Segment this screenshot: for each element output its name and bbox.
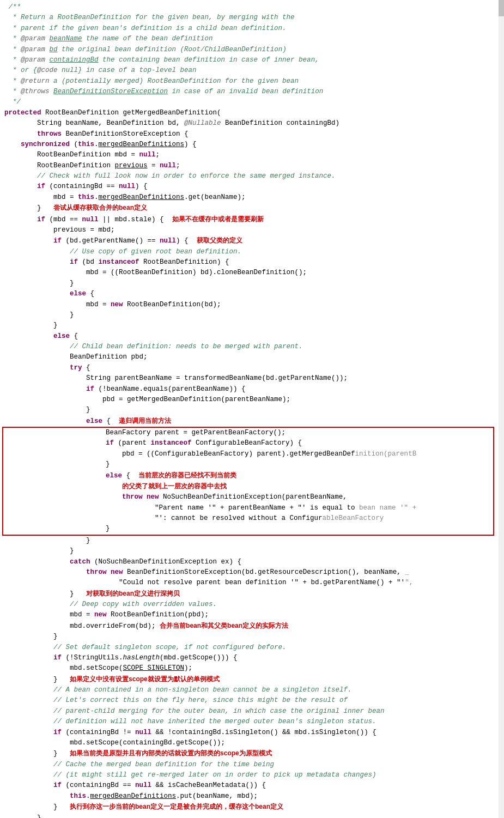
code-line: /** [0,2,496,13]
code-line: } 尝试从缓存获取合并的bean定义 [0,203,496,214]
code-line: } [0,536,496,546]
code-line: throw new BeanDefinitionStoreException(b… [0,567,496,578]
scrollbar-thumb[interactable] [499,0,504,16]
code-line: try { [0,363,496,373]
code-line: mbd.setScope(SCOPE_SINGLETON); [0,663,496,674]
code-line: mbd.setScope(containingBd.getScope()); [0,738,496,748]
code-line: else { [0,331,496,342]
code-line: // parent-child merging for the outer be… [0,706,496,717]
code-line: "Could not resolve parent bean definitio… [0,578,496,588]
code-line: 的父类了就到上一层次的容器中去找 [3,481,493,492]
code-line: // Deep copy with overridden values. [0,599,496,610]
code-line: synchronized (this.mergedBeanDefinitions… [0,140,496,150]
code-line: } [3,459,493,470]
code-line: BeanDefinition pbd; [0,352,496,362]
annotation-3: 获取父类的定义 [197,237,242,244]
code-line: } 执行到亦这一步当前的bean定义一定是被合并完成的，缓存这个bean定义 [0,802,496,813]
code-line: pbd = ((ConfigurableBeanFactory) parent)… [3,449,493,459]
code-line: // (it might still get re-merged later o… [0,770,496,780]
red-highlight-box: BeanFactory parent = getParentBeanFactor… [2,427,494,536]
code-line: } [0,813,496,819]
code-line: mbd = new RootBeanDefinition(pbd); [0,610,496,620]
code-line: } 对获取到的bean定义进行深拷贝 [0,589,496,599]
code-line: } 如果定义中没有设置scope就设置为默认的单例模式 [0,674,496,685]
code-line: // definition will not have inherited th… [0,717,496,727]
code-line: if (containingBd == null && isCacheBeanM… [0,780,496,791]
code-line: */ [0,97,496,107]
code-line: mbd = new RootBeanDefinition(bd); [0,300,496,310]
code-line: if (!StringUtils.hasLength(mbd.getScope(… [0,653,496,663]
code-line: // Let's correct this on the fly here, s… [0,695,496,706]
code-line: } [3,524,493,534]
code-line: // Set default singleton scope, if not c… [0,643,496,653]
scrollbar[interactable] [499,0,504,818]
code-line: if (containingBd != null && !containingB… [0,728,496,738]
code-line: pbd = getMergedBeanDefinition(parentBean… [0,395,496,405]
code-line: * @return a (potentially merged) RootBea… [0,76,496,87]
code-line: else { [0,289,496,299]
code-line: * @param beanName the name of the bean d… [0,34,496,44]
annotation-10: 如果当前类是原型并且有内部类的话就设置内部类的scope为原型模式 [70,749,272,757]
code-content: /** * Return a RootBeanDefinition for th… [0,2,504,818]
code-line: * or {@code null} in case of a top-level… [0,65,496,76]
annotation-11: 执行到亦这一步当前的bean定义一定是被合并完成的，缓存这个bean定义 [70,803,283,810]
code-line: * parent if the given bean's definition … [0,23,496,34]
annotation-2: 如果不在缓存中或者是需要刷新 [172,215,264,223]
annotation-9: 如果定义中没有设置scope就设置为默认的单例模式 [70,675,220,683]
code-line: if (bd.getParentName() == null) { 获取父类的定… [0,235,496,246]
code-line: } [0,405,496,415]
code-line: "': cannot be resolved without a Configu… [3,513,493,524]
code-line: catch (NoSuchBeanDefinitionException ex)… [0,557,496,567]
code-line: throw new NoSuchBeanDefinitionException(… [3,492,493,502]
code-line: } [0,632,496,642]
code-line: // Child bean definition: needs to be me… [0,342,496,352]
code-line: if (containingBd == null) { [0,181,496,192]
code-line: if (!beanName.equals(parentBeanName)) { [0,384,496,395]
annotation-1: 尝试从缓存获取合并的bean定义 [53,204,147,211]
code-line: RootBeanDefinition mbd = null; [0,150,496,160]
code-line: } [0,278,496,289]
code-container: /** * Return a RootBeanDefinition for th… [0,0,504,818]
code-line: } [0,320,496,331]
code-line: mbd = ((RootBeanDefinition) bd).cloneBea… [0,268,496,278]
code-line: // A bean contained in a non-singleton b… [0,685,496,695]
code-line: * @throws BeanDefinitionStoreException i… [0,87,496,97]
code-line: // Check with full look now in order to … [0,171,496,181]
annotation-6: 的父类了就到上一层次的容器中去找 [122,482,227,490]
code-line: throws BeanDefinitionStoreException { [0,129,496,140]
code-line: "Parent name '" + parentBeanName + "' is… [3,503,493,513]
code-line: BeanFactory parent = getParentBeanFactor… [3,428,493,438]
code-line: protected RootBeanDefinition getMergedBe… [0,108,496,118]
code-line: * Return a RootBeanDefinition for the gi… [0,13,496,23]
code-line: if (mbd == null || mbd.stale) { 如果不在缓存中或… [0,214,496,225]
code-line: } [0,546,496,556]
code-line: else { 当前层次的容器已经找不到当前类 [3,470,493,481]
code-line: } [0,310,496,320]
code-line: if (bd instanceof RootBeanDefinition) { [0,257,496,268]
annotation-8: 合并当前bean和其父类bean定义的实际方法 [160,622,288,629]
code-line: String parentBeanName = transformedBeanN… [0,373,496,384]
code-line: mbd = this.mergedBeanDefinitions.get(bea… [0,192,496,203]
code-line: // Use copy of given root bean definitio… [0,247,496,257]
annotation-5: 当前层次的容器已经找不到当前类 [138,471,236,479]
code-line: RootBeanDefinition previous = null; [0,161,496,171]
code-line: // Cache the merged bean definition for … [0,760,496,770]
annotation-7: 对获取到的bean定义进行深拷贝 [86,590,180,597]
annotation-4: 递归调用当前方法 [119,417,171,425]
code-line: mbd.overrideFrom(bd); 合并当前bean和其父类bean定义… [0,621,496,632]
code-line: * @param bd the original bean definition… [0,45,496,55]
code-line: if (parent instanceof ConfigurableBeanFa… [3,438,493,449]
code-line: previous = mbd; [0,225,496,235]
code-line: * @param containingBd the containing bea… [0,55,496,65]
code-line: else { 递归调用当前方法 [0,416,496,427]
code-line: } 如果当前类是原型并且有内部类的话就设置内部类的scope为原型模式 [0,748,496,759]
code-line: String beanName, BeanDefinition bd, @Nul… [0,118,496,129]
code-line: this.mergedBeanDefinitions.put(beanName,… [0,791,496,802]
